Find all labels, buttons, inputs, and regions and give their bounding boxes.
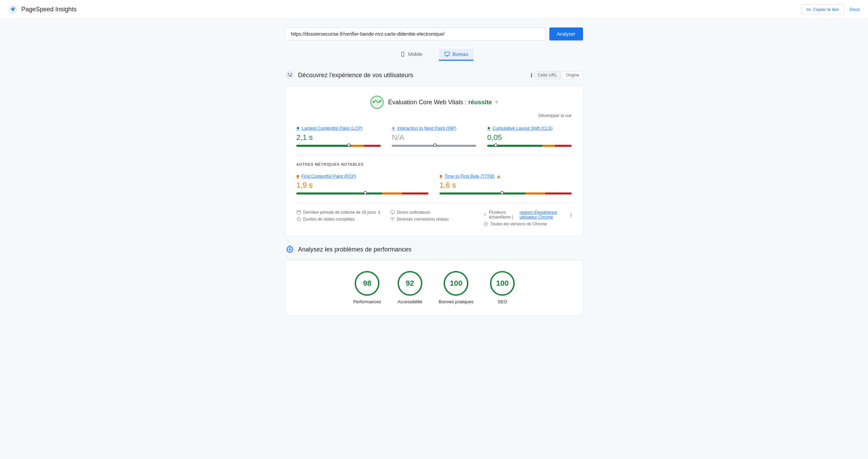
score-accessibilite: 92 Accessibilité: [398, 271, 422, 304]
fcp-bar-red: [402, 192, 429, 195]
svg-point-7: [290, 73, 292, 74]
fcp-bar-orange: [382, 192, 402, 195]
score-label-bonnes-pratiques: Bonnes pratiques: [439, 299, 473, 304]
performance-title: Analysez les problèmes de performances: [298, 246, 411, 253]
svg-point-10: [290, 75, 292, 76]
metadata-col-3: Plusieurs échantillons ( rapport d'expér…: [483, 210, 572, 226]
header: PageSpeed Insights Copier le lien Docs: [0, 0, 868, 19]
expand-view[interactable]: Développer la vue: [296, 113, 572, 118]
cwv-title: Évaluation Core Web Vitals : réussite ?: [388, 99, 498, 106]
cls-value: 0,05: [487, 133, 572, 142]
score-circle-accessibilite: 92: [398, 271, 422, 296]
autres-title: AUTRES MÉTRIQUES NOTABLES: [296, 162, 572, 166]
tab-mobile[interactable]: Mobile: [395, 49, 428, 61]
wifi-icon: [390, 217, 395, 222]
inp-value: N/A: [392, 133, 476, 142]
svg-point-13: [380, 100, 381, 102]
performance-icon: [285, 245, 295, 254]
svg-point-3: [402, 55, 403, 56]
cls-metric: ● Cumulative Layout Shift (CLS) 0,05: [487, 125, 572, 147]
metadata-visits: Durées de visites complètes: [296, 217, 385, 222]
svg-point-12: [373, 102, 375, 103]
fcp-value: 1,9 s: [296, 181, 429, 190]
cls-bar: [487, 145, 572, 147]
docs-link[interactable]: Docs: [849, 7, 860, 12]
inp-label[interactable]: ● Interaction to Next Paint (INP): [392, 125, 476, 131]
cwv-help-icon[interactable]: ?: [495, 100, 498, 105]
ttfb-label[interactable]: ■ Time to First Byte (TTFB) ▲: [439, 173, 572, 179]
svg-point-22: [289, 248, 291, 250]
logo-text: PageSpeed Insights: [21, 6, 77, 13]
divider-2: [296, 203, 572, 203]
cwv-metrics-grid: ● Largest Contentful Paint (LCP) 2,1 s ●…: [296, 125, 572, 147]
score-bonnes-pratiques: 100 Bonnes pratiques: [439, 271, 473, 304]
ttfb-bar: [439, 192, 572, 195]
section-actions: ℹ Cette URL Origine: [530, 71, 583, 79]
svg-point-8: [289, 75, 290, 76]
lcp-metric: ● Largest Contentful Paint (LCP) 2,1 s: [296, 125, 381, 147]
origin-toggle-button[interactable]: Origine: [562, 71, 583, 79]
fcp-label[interactable]: ■ First Contentful Paint (FCP): [296, 173, 429, 179]
url-toggle-button[interactable]: Cette URL: [534, 71, 561, 79]
svg-point-19: [486, 214, 486, 214]
metadata-samples: Plusieurs échantillons ( rapport d'expér…: [483, 210, 572, 220]
ttfb-bar-green: [439, 192, 525, 195]
metadata-computers: Divers ordinateurs: [390, 210, 478, 215]
inp-metric: ● Interaction to Next Paint (INP) N/A: [392, 125, 476, 147]
lcp-dot: ●: [296, 125, 300, 131]
fcp-bar-green: [296, 192, 382, 195]
ttfb-bar-orange: [525, 192, 545, 195]
people-icon: [483, 212, 487, 217]
info-icon[interactable]: ℹ: [530, 72, 533, 79]
header-actions: Copier le lien Docs: [801, 4, 860, 14]
svg-rect-2: [401, 52, 404, 56]
calendar-icon: [296, 210, 301, 215]
tab-bureau-label: Bureau: [453, 51, 468, 57]
lcp-bar: [296, 145, 381, 147]
svg-point-6: [288, 73, 289, 74]
lcp-bar-orange: [351, 145, 364, 147]
main-content: Analyser Mobile Bureau: [279, 19, 589, 332]
metadata-col-2: Divers ordinateurs Diverses connexions r…: [390, 210, 478, 226]
fcp-metric: ■ First Contentful Paint (FCP) 1,9 s: [296, 173, 429, 195]
collection-info-icon[interactable]: ℹ: [378, 210, 380, 215]
tab-mobile-label: Mobile: [408, 51, 422, 57]
inp-dot: ●: [392, 125, 395, 131]
scores-grid: 98 Performances 92 Accessibilité 100 Bon…: [296, 271, 572, 304]
desktop-icon: [444, 51, 450, 57]
fcp-dot: ■: [296, 173, 299, 179]
link-icon: [806, 7, 811, 12]
analyze-button[interactable]: Analyser: [549, 27, 583, 40]
search-bar-container: Analyser: [285, 27, 583, 40]
ttfb-dot: ■: [439, 173, 442, 179]
score-performances: 98 Performances: [353, 271, 381, 304]
cls-marker: [494, 143, 498, 147]
mobile-icon: [400, 51, 406, 57]
logo-area: PageSpeed Insights: [8, 5, 77, 14]
chrome-report-link[interactable]: rapport d'expérience utilisateur Chrome: [519, 210, 568, 220]
url-input[interactable]: [285, 27, 546, 40]
svg-point-18: [484, 214, 485, 214]
copy-link-button[interactable]: Copier le lien: [801, 4, 844, 14]
copy-link-label: Copier le lien: [813, 7, 839, 12]
lcp-label[interactable]: ● Largest Contentful Paint (LCP): [296, 125, 381, 131]
score-label-seo: SEO: [498, 299, 507, 304]
metadata-collection: Dernière période de collecte de 28 jours…: [296, 210, 385, 215]
ttfb-bar-red: [545, 192, 572, 195]
metadata-network: Diverses connexions réseau: [390, 217, 478, 222]
cls-bar-orange: [542, 145, 555, 147]
lcp-value: 2,1 s: [296, 133, 381, 142]
shield-icon: [483, 222, 488, 226]
cls-label[interactable]: ● Cumulative Layout Shift (CLS): [487, 125, 572, 131]
svg-rect-4: [445, 52, 449, 55]
score-seo: 100 SEO: [490, 271, 515, 304]
metadata-col-1: Dernière période de collecte de 28 jours…: [296, 210, 385, 226]
tab-bureau[interactable]: Bureau: [439, 49, 473, 61]
metadata-chrome-versions: Toutes les versions de Chrome: [483, 222, 572, 226]
performance-section-header: Analysez les problèmes de performances: [285, 245, 583, 254]
cls-dot: ●: [487, 125, 491, 131]
score-label-accessibilite: Accessibilité: [398, 299, 422, 304]
user-experience-title: Découvrez l'expérience de vos utilisateu…: [298, 72, 413, 79]
svg-point-11: [371, 96, 383, 108]
cwv-header: Évaluation Core Web Vitals : réussite ?: [296, 95, 572, 109]
